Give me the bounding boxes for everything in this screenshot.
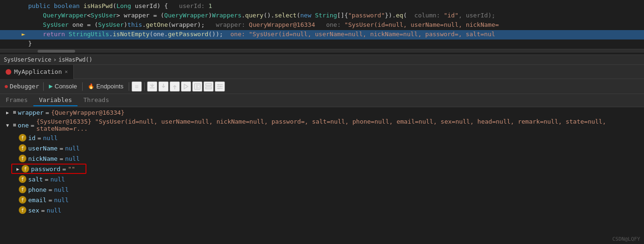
tab-close-icon[interactable]: ✕ — [65, 69, 68, 75]
endpoints-icon: 🔥 — [88, 83, 94, 89]
tab-threads[interactable]: Threads — [78, 94, 115, 106]
toolbar-frames-btn[interactable] — [203, 81, 214, 92]
id-value: null — [43, 134, 57, 142]
breadcrumb-separator: › — [53, 56, 56, 63]
line-arrow-2 — [19, 12, 28, 19]
nickname-value: null — [65, 155, 79, 162]
svg-point-6 — [217, 84, 219, 85]
var-row-one: ▼ one = {SysUser@16335} "SysUser(id=null… — [0, 118, 644, 133]
tab-myapplication[interactable]: MyApplication ✕ — [0, 65, 74, 79]
code-content-5: } — [28, 40, 644, 47]
line-arrow-3 — [19, 21, 28, 28]
nickname-var-name: nickName — [28, 155, 58, 162]
toolbar-separator-4 — [144, 82, 145, 91]
code-editor: public boolean isHasPwd(Long userId) { u… — [0, 0, 644, 55]
toolbar-separator-3 — [129, 82, 129, 91]
wrapper-eq: = — [46, 109, 49, 116]
salt-field-icon: f — [19, 175, 26, 183]
console-button[interactable]: ▶ Console — [46, 81, 80, 91]
code-line-1: public boolean isHasPwd(Long userId) { u… — [0, 2, 644, 11]
nickname-field-icon: f — [19, 155, 26, 162]
code-content-3: SysUser one = (SysUser)this.getOne(wrapp… — [28, 21, 644, 28]
wrapper-value: {QueryWrapper@16334} — [51, 109, 125, 116]
code-line-4: ► return StringUtils.isNotEmpty(one.getP… — [0, 30, 644, 39]
var-row-nickname: f nickName = null — [0, 153, 644, 164]
toolbar-list-icon[interactable]: ≡ — [132, 81, 142, 92]
svg-rect-1 — [206, 84, 211, 86]
tab-bar: MyApplication ✕ — [0, 65, 644, 79]
one-eq: = — [31, 122, 34, 129]
toolbar-settings-btn[interactable] — [215, 81, 225, 92]
toolbar-step-over-btn[interactable] — [147, 81, 157, 92]
salt-value: null — [50, 176, 65, 183]
horizontal-scrollbar[interactable] — [0, 49, 644, 53]
variables-panel: ▶ wrapper = {QueryWrapper@16334} ▼ one =… — [0, 107, 644, 244]
watermark: CSDN@LQFY — [612, 236, 640, 242]
username-value: null — [65, 145, 79, 152]
debug-tabs: Frames Variables Threads — [0, 94, 644, 107]
tab-label: MyApplication — [14, 68, 62, 75]
breadcrumb-service: SysUserService — [4, 56, 51, 63]
one-var-name: one — [18, 122, 29, 129]
var-row-username: f userName = null — [0, 143, 644, 153]
one-eq-icon — [13, 124, 16, 126]
email-value: null — [54, 197, 69, 204]
salt-var-name: salt — [28, 176, 43, 183]
tab-frames[interactable]: Frames — [0, 94, 33, 106]
var-row-password: ▶ f password = "" — [11, 164, 86, 174]
code-content-2: QueryWrapper<SysUser> wrapper = (QueryWr… — [28, 12, 644, 19]
email-var-name: email — [28, 197, 47, 204]
code-content-1: public boolean isHasPwd(Long userId) { u… — [28, 2, 644, 9]
sex-field-icon: f — [19, 206, 26, 214]
code-line-2: QueryWrapper<SysUser> wrapper = (QueryWr… — [0, 11, 644, 21]
svg-rect-2 — [206, 87, 211, 89]
breadcrumb-method: isHasPwd() — [58, 56, 92, 63]
id-field-icon: f — [19, 134, 26, 142]
code-line-5: } — [0, 39, 644, 49]
debugger-label: ● Debugger — [3, 82, 41, 91]
password-field-icon: f — [22, 165, 29, 173]
sex-value: null — [47, 207, 61, 214]
endpoints-button[interactable]: 🔥 Endpoints — [85, 81, 126, 91]
one-value: {SysUser@16335} "SysUser(id=null, userNa… — [36, 118, 644, 132]
var-row-salt: f salt = null — [0, 174, 644, 184]
line-arrow-5 — [19, 40, 28, 47]
tab-variables[interactable]: Variables — [33, 94, 78, 106]
var-row-phone: f phone = null — [0, 184, 644, 195]
var-row-sex: f sex = null — [0, 205, 644, 215]
sex-var-name: sex — [28, 207, 39, 214]
toolbar-separator-1 — [43, 82, 44, 91]
var-row-wrapper: ▶ wrapper = {QueryWrapper@16334} — [0, 107, 644, 118]
password-expand-arrow[interactable]: ▶ — [14, 166, 22, 172]
tab-icon — [6, 69, 11, 75]
breadcrumb: SysUserService › isHasPwd() — [0, 55, 644, 65]
toolbar-step-out-btn[interactable] — [170, 81, 180, 92]
username-var-name: userName — [28, 145, 58, 152]
password-var-name: password — [31, 165, 61, 173]
console-icon: ▶ — [49, 83, 53, 89]
svg-point-8 — [218, 87, 219, 89]
wrapper-expand-arrow[interactable]: ▶ — [4, 110, 11, 115]
debugger-arrow: ► — [19, 31, 28, 38]
toolbar-evaluate-btn[interactable] — [192, 81, 202, 92]
line-arrow-1 — [19, 2, 28, 9]
debugger-icon: ● — [5, 83, 8, 89]
password-value: "" — [68, 165, 75, 173]
var-row-id: f id = null — [0, 133, 644, 143]
main-container: public boolean isHasPwd(Long userId) { u… — [0, 0, 644, 244]
code-content-4: return StringUtils.isNotEmpty(one.getPas… — [28, 31, 644, 38]
phone-var-name: phone — [28, 186, 47, 193]
wrapper-var-name: wrapper — [18, 109, 44, 116]
wrapper-eq-icon — [13, 111, 16, 114]
one-expand-arrow[interactable]: ▼ — [4, 123, 11, 128]
debug-toolbar: ● Debugger ▶ Console 🔥 Endpoints ≡ — [0, 79, 644, 94]
phone-field-icon: f — [19, 186, 26, 193]
id-var-name: id — [28, 134, 36, 142]
toolbar-run-to-cursor-btn[interactable] — [181, 81, 191, 92]
phone-value: null — [54, 186, 69, 193]
svg-point-7 — [219, 86, 221, 87]
toolbar-step-into-btn[interactable] — [158, 81, 169, 92]
toolbar-separator-2 — [82, 82, 83, 91]
username-field-icon: f — [19, 144, 26, 152]
var-row-email: f email = null — [0, 195, 644, 205]
